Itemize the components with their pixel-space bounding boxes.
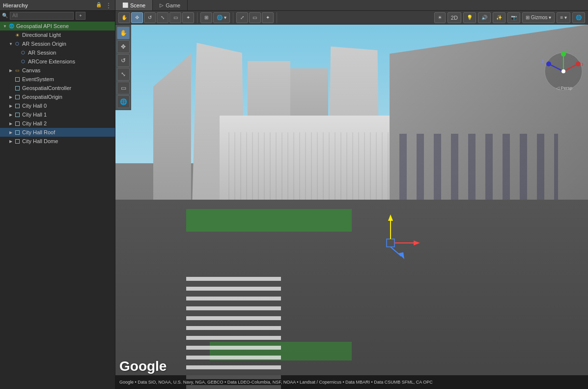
coord-center [561,69,565,73]
gizmo-box [387,239,394,247]
hierarchy-item-geospatial-controller[interactable]: GeospatialController [0,84,115,92]
ch2-icon [14,120,21,127]
game-tab-label: Game [166,2,180,8]
scene-left-toolbar: ✋ ✥ ↺ ⤡ ▭ 🌐 [115,25,131,110]
coord-gizmo-svg: X Y Z ◁ Persp [539,49,583,93]
ar-origin-expand [8,41,14,47]
game-tab-icon: ▷ [160,2,164,8]
hand-tool-btn[interactable]: ✋ [118,12,130,23]
root-expand-arrow [2,23,8,29]
ch1-icon [14,111,21,118]
arcore-icon: ⬡ [20,58,27,65]
eventsys-icon [14,76,21,83]
crosswalk [186,275,280,389]
hierarchy-item-city-hall-roof[interactable]: City Hall Roof [0,128,115,137]
attribution-bar: Google • Data SIO, NOAA, U.S. Navy, NGA,… [115,375,588,389]
scene-rect-btn[interactable]: ▭ [117,82,130,94]
hierarchy-item-city-hall-0[interactable]: City Hall 0 [0,101,115,110]
ch0-label: City Hall 0 [22,103,47,109]
scene-move-btn[interactable]: ✥ [117,40,130,53]
hierarchy-list: 🌐 Geospatial API Scene ☀ Directional Lig… [0,21,115,389]
hierarchy-controls: 🔒 ⋮ [94,1,112,9]
hierarchy-expand-btn[interactable]: + [76,12,85,20]
arcore-expand [14,59,20,64]
scene-globe-btn[interactable]: 🌐 [117,95,130,108]
ar-origin-icon: ⬡ [14,40,21,47]
scene-lighting-btn[interactable]: 💡 [463,12,476,23]
rotate-tool-btn[interactable]: ↺ [144,12,156,23]
geoorigin-expand [8,94,14,100]
hierarchy-item-ar-session[interactable]: ⬡ AR Session [0,48,115,57]
green-lane-1 [186,209,352,232]
ar-session-expand [14,50,20,56]
view-tools-group: ⊞ 🌐 ▾ [200,12,233,23]
ch2-label: City Hall 2 [22,120,47,126]
chr-icon [14,129,21,136]
hierarchy-menu-icon[interactable]: ⋮ [105,1,112,9]
grid-btn[interactable]: ⊞ [200,12,212,23]
hierarchy-item-eventsystem[interactable]: EventSystem [0,75,115,84]
persp-text: ◁ Persp [556,86,572,90]
audio-btn[interactable]: 🔊 [478,12,491,23]
scene-3d-view [115,25,588,389]
geocontroller-icon [14,85,21,91]
scene-tab-label: Scene [130,2,145,8]
hierarchy-root-scene[interactable]: 🌐 Geospatial API Scene [0,22,115,30]
canvas-label: Canvas [22,67,40,73]
dir-light-label: Directional Light [22,32,61,38]
hierarchy-search-input[interactable] [10,12,74,20]
road-surface [115,200,588,389]
gizmo-z-arrow [398,252,404,259]
chd-icon [14,138,21,145]
scene-toolbar: ✋ ✥ ↺ ⤡ ▭ ✦ ⊞ 🌐 ▾ ⤢ ▭ ✦ ☀ 2D [115,11,588,25]
scene-viewport[interactable]: ✋ ✥ ↺ ⤡ ▭ 🌐 X Y [115,25,588,389]
hierarchy-item-city-hall-1[interactable]: City Hall 1 [0,110,115,119]
gizmos-btn[interactable]: ⊞ Gizmos ▾ [522,12,555,23]
lighting-btn[interactable]: ☀ [434,12,446,23]
coord-z-dot [546,61,551,66]
rect-tool-btn[interactable]: ▭ [169,12,181,23]
hierarchy-header: Hierarchy 🔒 ⋮ [0,0,115,11]
globe-view-btn[interactable]: 🌐 [572,12,585,23]
google-watermark: Google [119,359,167,374]
snap-btn3[interactable]: ✦ [262,12,274,23]
hierarchy-panel: Hierarchy 🔒 ⋮ 🔍 + 🌐 Geospatial API Scene… [0,0,115,389]
effects-btn[interactable]: ✨ [493,12,505,23]
tab-scene[interactable]: ⬜ Scene [115,0,153,10]
scene-tab-bar: ⬜ Scene ▷ Game [115,0,588,11]
hierarchy-lock-icon[interactable]: 🔒 [94,1,103,9]
snap-btn1[interactable]: ⤢ [236,12,248,23]
hierarchy-item-city-hall-2[interactable]: City Hall 2 [0,119,115,128]
snap-btn2[interactable]: ▭ [249,12,261,23]
chr-label: City Hall Roof [22,129,55,135]
2d-btn[interactable]: 2D [448,12,461,23]
ch0-icon [14,102,21,109]
chr-expand [8,129,14,135]
hierarchy-item-directional-light[interactable]: ☀ Directional Light [0,30,115,39]
layers-btn[interactable]: ≡ ▾ [557,12,570,23]
hierarchy-item-canvas[interactable]: ▭ Canvas [0,66,115,75]
gizmo-x-arrow [414,240,420,245]
hierarchy-item-geospatial-origin[interactable]: GeospatialOrigin [0,92,115,101]
hierarchy-item-city-hall-dome[interactable]: City Hall Dome [0,137,115,146]
scene-hand-btn[interactable]: ✋ [117,27,130,39]
coord-z-label: Z [541,59,544,64]
hierarchy-item-ar-session-origin[interactable]: ⬡ AR Session Origin [0,39,115,48]
ch1-expand [8,112,14,118]
globe-btn[interactable]: 🌐 ▾ [213,12,230,23]
transform-tool-btn[interactable]: ✦ [182,12,194,23]
scale-tool-btn[interactable]: ⤡ [157,12,168,23]
hierarchy-item-arcore-extensions[interactable]: ⬡ ARCore Extensions [0,57,115,66]
scene-scale-btn[interactable]: ⤡ [117,68,130,81]
scene-rotate-btn[interactable]: ↺ [117,54,130,67]
root-scene-icon: 🌐 [8,23,15,30]
coordinate-gizmo: X Y Z ◁ Persp [539,49,578,89]
scene-tab-icon: ⬜ [122,2,128,8]
gizmo-y-arrow [388,214,393,221]
move-tool-btn[interactable]: ✥ [131,12,143,23]
dir-light-expand [8,32,14,38]
scene-area: ⬜ Scene ▷ Game ✋ ✥ ↺ ⤡ ▭ ✦ ⊞ 🌐 ▾ [115,0,588,389]
hierarchy-title: Hierarchy [3,2,28,8]
tab-game[interactable]: ▷ Game [153,0,188,10]
camera-btn[interactable]: 📷 [507,12,520,23]
